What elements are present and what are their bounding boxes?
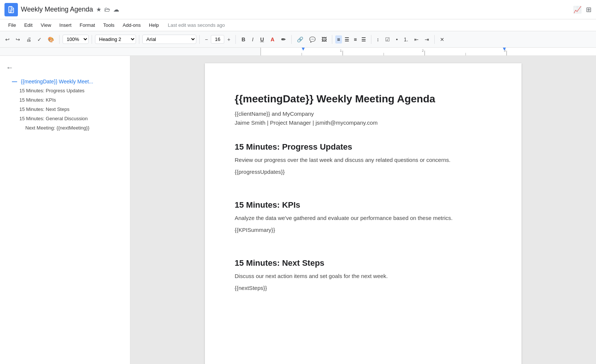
menu-insert[interactable]: Insert xyxy=(56,21,75,29)
toolbar-separator-6 xyxy=(291,35,292,44)
align-justify-button[interactable]: ☰ xyxy=(359,35,368,44)
image-button[interactable]: 🖼 xyxy=(319,35,329,44)
outline-main-title-text: {{meetingDate}} Weekly Meet... xyxy=(21,79,93,84)
svg-text:1: 1 xyxy=(340,49,342,52)
bullet-list-button[interactable]: • xyxy=(394,35,400,44)
align-group: ≡ ☰ ≡ ☰ xyxy=(335,35,368,44)
section-2-body-2: {{KPISummary}} xyxy=(235,226,492,234)
outline-item-2[interactable]: 15 Minutes: KPIs xyxy=(0,95,130,105)
toolbar-separator-4 xyxy=(199,35,200,44)
subtitle-line1: {{clientName}} and MyCompany xyxy=(235,109,492,118)
redo-button[interactable]: ↪ xyxy=(13,35,22,44)
spellcheck-button[interactable]: ✓ xyxy=(35,35,44,44)
section-1-heading[interactable]: 15 Minutes: Progress Updates xyxy=(235,142,492,152)
highlight-button[interactable]: ✏ xyxy=(279,35,288,44)
grid-icon[interactable]: ⊞ xyxy=(586,6,592,14)
font-size-decrease[interactable]: − xyxy=(203,35,210,44)
toolbar-separator-3 xyxy=(139,35,139,44)
app-icon xyxy=(4,3,18,16)
chart-icon[interactable]: 📈 xyxy=(573,6,581,14)
align-right-button[interactable]: ≡ xyxy=(352,35,359,44)
star-icon[interactable]: ★ xyxy=(96,6,101,13)
text-color-button[interactable]: A xyxy=(268,35,277,44)
section-2-heading[interactable]: 15 Minutes: KPIs xyxy=(235,200,492,210)
section-1-body-2: {{progressUpdates}} xyxy=(235,167,492,176)
back-arrow-icon: ← xyxy=(6,63,13,72)
toolbar-separator-2 xyxy=(92,35,92,44)
section-1-body-1: Review our progress over the last week a… xyxy=(235,156,492,165)
outline-item-3[interactable]: 15 Minutes: Next Steps xyxy=(0,105,130,114)
section-3-body-1: Discuss our next action items and set go… xyxy=(235,272,492,281)
main-layout: ← — {{meetingDate}} Weekly Meet... 15 Mi… xyxy=(0,56,596,364)
font-size-increase[interactable]: + xyxy=(225,35,232,44)
toolbar: ↩ ↪ 🖨 ✓ 🎨 100% 75% 125% 150% Heading 2 N… xyxy=(0,31,596,48)
svg-text:2: 2 xyxy=(422,49,424,52)
paint-format-button[interactable]: 🎨 xyxy=(45,35,56,44)
outline-main-item[interactable]: — {{meetingDate}} Weekly Meet... xyxy=(0,76,130,86)
document-title[interactable]: Weekly Meeting Agenda xyxy=(21,6,93,13)
outline-sub-item-1[interactable]: Next Meeting: {{nextMeeting}} xyxy=(0,123,130,132)
comment-button[interactable]: 💬 xyxy=(307,35,318,44)
toolbar-separator-7 xyxy=(332,35,332,44)
toolbar-separator-5 xyxy=(235,35,236,44)
print-button[interactable]: 🖨 xyxy=(24,35,34,44)
clear-format-button[interactable]: ✕ xyxy=(438,35,447,44)
menu-format[interactable]: Format xyxy=(76,21,99,29)
menu-edit[interactable]: Edit xyxy=(20,21,36,29)
toolbar-separator-8 xyxy=(371,35,371,44)
ruler: 1 2 3 xyxy=(0,48,596,56)
menu-addons[interactable]: Add-ons xyxy=(119,21,144,29)
menu-tools[interactable]: Tools xyxy=(99,21,118,29)
top-right-icons: 📈 ⊞ xyxy=(573,6,592,14)
undo-button[interactable]: ↩ xyxy=(3,35,12,44)
numbered-list-button[interactable]: 1. xyxy=(402,35,410,44)
document-main-title[interactable]: {{meetingDate}} Weekly Meeting Agenda xyxy=(235,93,492,105)
toolbar-separator-9 xyxy=(434,35,435,44)
line-spacing-button[interactable]: ↕ xyxy=(374,35,381,44)
font-size-input[interactable] xyxy=(211,35,224,44)
bold-button[interactable]: B xyxy=(239,35,248,44)
document-page: {{meetingDate}} Weekly Meeting Agenda {{… xyxy=(205,63,522,364)
svg-marker-10 xyxy=(302,48,305,51)
outline-item-1[interactable]: 15 Minutes: Progress Updates xyxy=(0,86,130,95)
title-bar: Weekly Meeting Agenda ★ 🗁 ☁ 📈 ⊞ xyxy=(0,0,596,19)
indent-more-button[interactable]: ⇥ xyxy=(422,35,431,44)
section-gap-2 xyxy=(235,237,492,246)
menu-file[interactable]: File xyxy=(4,21,20,29)
heading-style-select[interactable]: Heading 2 Normal text Heading 1 Heading … xyxy=(95,35,136,44)
document-subtitle: {{clientName}} and MyCompany Jaime Smith… xyxy=(235,109,492,127)
italic-button[interactable]: I xyxy=(250,35,256,44)
title-row: Weekly Meeting Agenda ★ 🗁 ☁ xyxy=(21,6,570,13)
indent-less-button[interactable]: ⇤ xyxy=(412,35,421,44)
subtitle-line2: Jaime Smith | Project Manager | jsmith@m… xyxy=(235,118,492,127)
menu-view[interactable]: View xyxy=(37,21,55,29)
font-size-control: − + xyxy=(203,35,232,44)
font-select[interactable]: Arial Times New Roman Courier New xyxy=(142,35,196,44)
underline-button[interactable]: U xyxy=(257,35,266,44)
folder-icon[interactable]: 🗁 xyxy=(104,6,110,13)
last-edit-status: Last edit was seconds ago xyxy=(168,22,225,28)
menu-bar: File Edit View Insert Format Tools Add-o… xyxy=(0,19,596,31)
back-button[interactable]: ← xyxy=(0,62,130,76)
outline-panel: ← — {{meetingDate}} Weekly Meet... 15 Mi… xyxy=(0,56,130,364)
toolbar-separator-1 xyxy=(59,35,60,44)
section-gap-1 xyxy=(235,179,492,188)
section-3-heading[interactable]: 15 Minutes: Next Steps xyxy=(235,258,492,268)
document-area[interactable]: {{meetingDate}} Weekly Meeting Agenda {{… xyxy=(130,56,596,364)
section-2-body-1: Analyze the data we've gathered and eval… xyxy=(235,214,492,223)
outline-item-4[interactable]: 15 Minutes: General Discussion xyxy=(0,114,130,123)
align-center-button[interactable]: ☰ xyxy=(343,35,351,44)
section-3-body-2: {{nextSteps}} xyxy=(235,284,492,293)
outline-dash: — xyxy=(12,79,17,84)
zoom-select[interactable]: 100% 75% 125% 150% xyxy=(63,35,89,44)
align-left-button[interactable]: ≡ xyxy=(335,35,342,44)
checklist-button[interactable]: ☑ xyxy=(383,35,392,44)
menu-help[interactable]: Help xyxy=(145,21,163,29)
title-section: Weekly Meeting Agenda ★ 🗁 ☁ xyxy=(21,6,570,13)
link-button[interactable]: 🔗 xyxy=(295,35,305,44)
cloud-icon[interactable]: ☁ xyxy=(113,6,119,13)
